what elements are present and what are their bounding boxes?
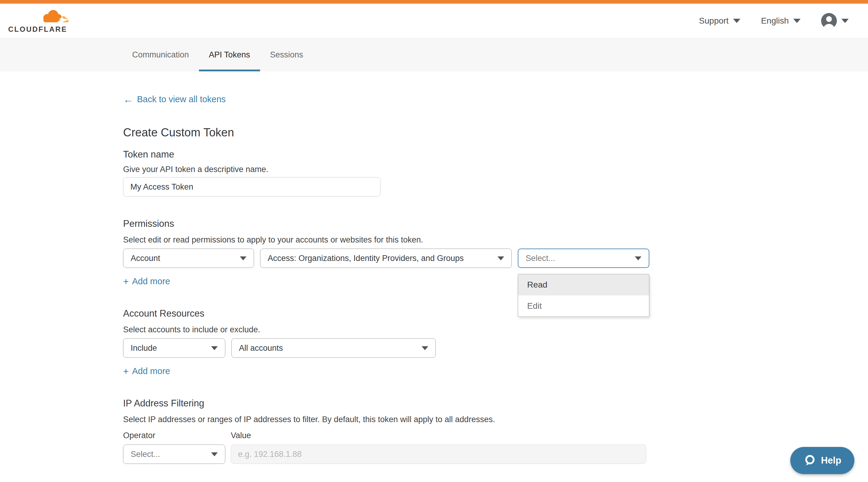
account-resources-add-more-link[interactable]: + Add more	[123, 366, 170, 376]
back-link-label: Back to view all tokens	[137, 94, 226, 104]
add-more-label: Add more	[132, 366, 170, 376]
permission-scope-value: Account	[131, 254, 160, 263]
chevron-down-icon	[793, 19, 801, 23]
account-scope-select[interactable]: All accounts	[231, 339, 436, 358]
ip-operator-placeholder: Select...	[131, 450, 160, 459]
page-title: Create Custom Token	[123, 126, 649, 139]
help-button[interactable]: Help	[790, 447, 855, 474]
tab-label: Communication	[132, 50, 189, 60]
menu-option-edit[interactable]: Edit	[518, 295, 649, 317]
header-controls: Support English	[699, 13, 849, 29]
cloudflare-cloud-icon	[39, 8, 70, 25]
plus-icon: +	[123, 277, 129, 286]
permission-scope-select[interactable]: Account	[123, 249, 254, 268]
account-resources-row: Include All accounts	[123, 339, 649, 358]
account-scope-value: All accounts	[239, 344, 283, 353]
account-resources-description: Select accounts to include or exclude.	[123, 325, 649, 334]
tab-communication[interactable]: Communication	[122, 38, 199, 71]
chevron-down-icon	[497, 256, 504, 260]
back-to-tokens-link[interactable]: ← Back to view all tokens	[123, 94, 226, 104]
tab-api-tokens[interactable]: API Tokens	[199, 38, 260, 71]
ip-filtering-heading: IP Address Filtering	[123, 398, 649, 409]
account-mode-select[interactable]: Include	[123, 339, 225, 358]
tab-sessions[interactable]: Sessions	[260, 38, 313, 71]
operator-label: Operator	[123, 431, 231, 440]
tab-label: Sessions	[270, 50, 303, 60]
ip-filtering-labels: Operator Value	[123, 431, 649, 440]
language-menu[interactable]: English	[761, 16, 801, 26]
value-label: Value	[231, 431, 251, 440]
brand-top-bar	[0, 0, 868, 4]
language-menu-label: English	[761, 16, 789, 26]
support-menu-label: Support	[699, 16, 728, 26]
permissions-row: Account Access: Organizations, Identity …	[123, 249, 649, 268]
token-name-heading: Token name	[123, 149, 649, 160]
cloudflare-logo[interactable]: CLOUDFLARE	[8, 8, 73, 34]
ip-value-input[interactable]	[231, 445, 646, 464]
permissions-add-more-link[interactable]: + Add more	[123, 277, 170, 286]
permission-level-select[interactable]: Select...	[518, 249, 649, 268]
chevron-down-icon	[240, 256, 247, 260]
plus-icon: +	[123, 366, 129, 376]
chevron-down-icon	[841, 19, 849, 23]
ip-filtering-description: Select IP addresses or ranges of IP addr…	[123, 415, 649, 424]
permission-group-select[interactable]: Access: Organizations, Identity Provider…	[260, 249, 512, 268]
permission-group-value: Access: Organizations, Identity Provider…	[268, 254, 464, 263]
token-name-input[interactable]	[123, 177, 380, 197]
main-content: ← Back to view all tokens Create Custom …	[123, 94, 649, 464]
account-mode-value: Include	[131, 344, 157, 353]
chevron-down-icon	[422, 346, 428, 350]
back-arrow-icon: ←	[123, 94, 133, 104]
account-menu[interactable]	[821, 13, 849, 29]
permission-level-placeholder: Select...	[526, 254, 555, 263]
user-avatar-icon	[821, 13, 837, 29]
tab-label: API Tokens	[209, 50, 250, 60]
permission-level-menu: Read Edit	[518, 274, 649, 317]
chevron-down-icon	[211, 452, 218, 456]
menu-option-read[interactable]: Read	[518, 274, 649, 295]
permissions-description: Select edit or read permissions to apply…	[123, 235, 649, 245]
chat-bubble-icon	[803, 454, 816, 467]
support-menu[interactable]: Support	[699, 16, 740, 26]
chevron-down-icon	[211, 346, 218, 350]
chevron-down-icon	[733, 19, 740, 23]
help-button-label: Help	[821, 455, 841, 466]
menu-option-label: Read	[527, 280, 548, 290]
permissions-heading: Permissions	[123, 218, 649, 229]
token-name-description: Give your API token a descriptive name.	[123, 165, 649, 174]
ip-filtering-row: Select...	[123, 445, 649, 464]
menu-option-label: Edit	[527, 301, 542, 311]
chevron-down-icon	[635, 256, 642, 260]
app-header: CLOUDFLARE Support English	[0, 4, 868, 38]
ip-operator-select[interactable]: Select...	[123, 445, 225, 464]
cloudflare-logo-text: CLOUDFLARE	[8, 25, 73, 34]
profile-tabbar: Communication API Tokens Sessions	[0, 38, 868, 71]
add-more-label: Add more	[132, 277, 170, 286]
